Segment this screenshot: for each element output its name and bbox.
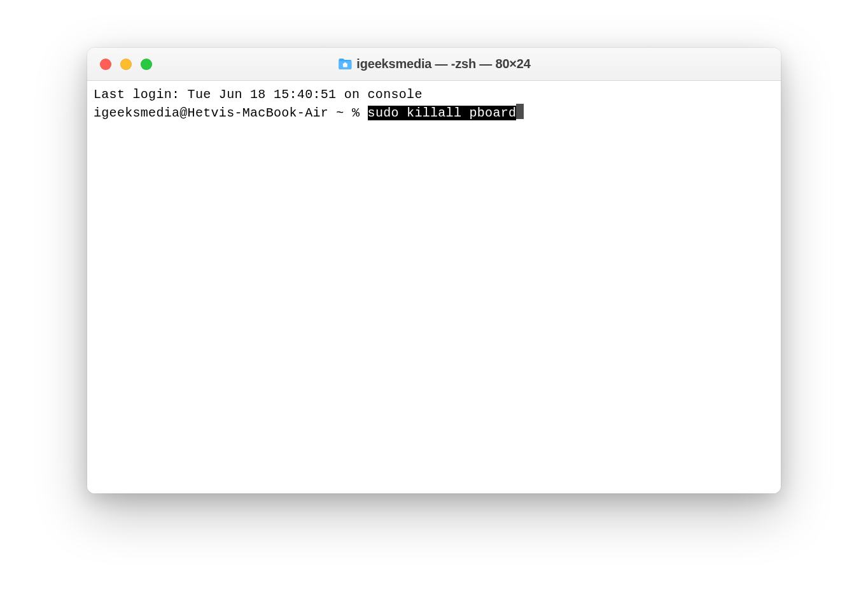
- highlighted-command: sudo killall pboard: [368, 106, 517, 120]
- minimize-button[interactable]: [120, 59, 132, 70]
- terminal-cursor: [516, 104, 524, 119]
- svg-rect-2: [344, 62, 346, 64]
- window-title: igeeksmedia — -zsh — 80×24: [356, 57, 530, 71]
- maximize-button[interactable]: [141, 59, 152, 70]
- terminal-line-prompt: igeeksmedia@Hetvis-MacBook-Air ~ % sudo …: [94, 104, 774, 122]
- folder-icon: [337, 58, 353, 71]
- prompt-text: igeeksmedia@Hetvis-MacBook-Air ~ %: [94, 106, 368, 120]
- title-bar[interactable]: igeeksmedia — -zsh — 80×24: [87, 48, 781, 81]
- terminal-line-last-login: Last login: Tue Jun 18 15:40:51 on conso…: [94, 86, 774, 104]
- terminal-window: igeeksmedia — -zsh — 80×24 Last login: T…: [87, 48, 781, 493]
- close-button[interactable]: [100, 59, 111, 70]
- title-center: igeeksmedia — -zsh — 80×24: [337, 57, 530, 71]
- traffic-lights: [87, 59, 152, 70]
- terminal-body[interactable]: Last login: Tue Jun 18 15:40:51 on conso…: [87, 81, 781, 493]
